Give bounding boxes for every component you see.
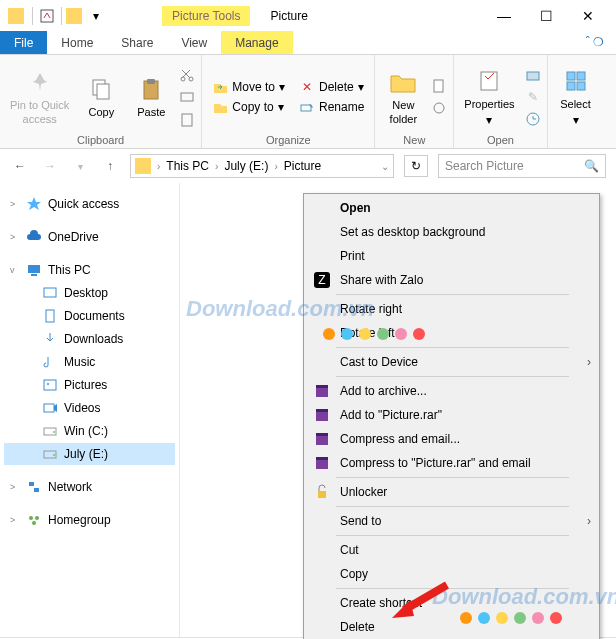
context-tab-header: Picture Tools [162, 6, 250, 26]
svg-point-27 [53, 431, 55, 433]
svg-rect-19 [28, 265, 40, 273]
tree-node-videos[interactable]: Videos [4, 397, 175, 419]
open-icon[interactable] [525, 67, 541, 83]
chevron-right-icon[interactable]: › [215, 161, 218, 172]
chevron-down-icon[interactable]: ⌄ [381, 161, 389, 172]
title-bar: ▾ Picture Tools Picture — ☐ ✕ [0, 0, 616, 31]
properties-button[interactable]: Properties▾ [460, 64, 518, 129]
tree-node-onedrive[interactable]: >OneDrive [4, 226, 175, 248]
edit-icon[interactable]: ✎ [525, 89, 541, 105]
maximize-button[interactable]: ☐ [526, 3, 566, 29]
blank-icon [312, 513, 332, 529]
menu-cast-to-device[interactable]: Cast to Device› [306, 350, 597, 374]
blank-icon [312, 566, 332, 582]
menu-print[interactable]: Print [306, 244, 597, 268]
menu-unlocker[interactable]: Unlocker [306, 480, 597, 504]
up-button[interactable]: ↑ [100, 156, 120, 176]
select-icon [561, 66, 591, 96]
properties-icon [474, 66, 504, 96]
menu-add-to-picture-rar-[interactable]: Add to "Picture.rar" [306, 403, 597, 427]
tree-node-quick-access[interactable]: >Quick access [4, 193, 175, 215]
new-folder-button[interactable]: New folder [381, 65, 425, 127]
blank-icon [312, 354, 332, 370]
svg-rect-23 [44, 380, 56, 390]
select-button[interactable]: Select▾ [554, 64, 598, 129]
menu-share-with-zalo[interactable]: ZShare with Zalo [306, 268, 597, 292]
menu-rotate-right[interactable]: Rotate right [306, 297, 597, 321]
svg-text:Z: Z [318, 273, 325, 287]
svg-point-32 [29, 516, 33, 520]
cut-icon[interactable] [179, 67, 195, 83]
breadcrumb[interactable]: This PC [162, 157, 213, 175]
blank-icon [312, 248, 332, 264]
copy-icon [86, 74, 116, 104]
forward-button[interactable]: → [40, 156, 60, 176]
tab-file[interactable]: File [0, 31, 47, 54]
svg-point-33 [35, 516, 39, 520]
tree-node-pictures[interactable]: Pictures [4, 374, 175, 396]
svg-rect-40 [316, 409, 328, 412]
menu-open[interactable]: Open [306, 196, 597, 220]
tree-node-music[interactable]: Music [4, 351, 175, 373]
pin-button[interactable]: Pin to Quick access [6, 65, 73, 127]
monitor-icon [42, 285, 58, 301]
tree-node-this-pc[interactable]: vThis PC [4, 259, 175, 281]
menu-compress-and-email-[interactable]: Compress and email... [306, 427, 597, 451]
menu-set-as-desktop-background[interactable]: Set as desktop background [306, 220, 597, 244]
svg-rect-16 [577, 72, 585, 80]
history-icon[interactable] [525, 111, 541, 127]
tree-node-downloads[interactable]: Downloads [4, 328, 175, 350]
copy-path-icon[interactable] [179, 89, 195, 105]
move-to-button[interactable]: Move to ▾ [208, 78, 289, 96]
tab-manage[interactable]: Manage [221, 31, 292, 54]
refresh-button[interactable]: ↻ [404, 155, 428, 177]
svg-point-24 [47, 383, 49, 385]
close-button[interactable]: ✕ [568, 3, 608, 29]
back-button[interactable]: ← [10, 156, 30, 176]
easy-access-icon[interactable] [431, 100, 447, 116]
chevron-right-icon[interactable]: › [157, 161, 160, 172]
clipboard-group-label: Clipboard [77, 134, 124, 146]
new-item-icon[interactable] [431, 78, 447, 94]
menu-copy[interactable]: Copy [306, 562, 597, 586]
svg-point-11 [434, 103, 444, 113]
svg-rect-21 [44, 288, 56, 297]
rename-button[interactable]: Rename [295, 98, 368, 116]
copy-button[interactable]: Copy [79, 72, 123, 121]
tab-view[interactable]: View [167, 31, 221, 54]
menu-send-to[interactable]: Send to› [306, 509, 597, 533]
menu-cut[interactable]: Cut [306, 538, 597, 562]
chevron-right-icon[interactable]: › [274, 161, 277, 172]
breadcrumb[interactable]: Picture [280, 157, 325, 175]
tab-home[interactable]: Home [47, 31, 107, 54]
paste-shortcut-icon[interactable] [179, 111, 195, 127]
paste-icon [136, 74, 166, 104]
copy-to-button[interactable]: Copy to ▾ [208, 98, 289, 116]
svg-rect-42 [316, 433, 328, 436]
tree-node-network[interactable]: >Network [4, 476, 175, 498]
qat-dropdown-icon[interactable]: ▾ [88, 8, 104, 24]
menu-compress-to-picture-rar-and-email[interactable]: Compress to "Picture.rar" and email [306, 451, 597, 475]
delete-button[interactable]: ✕Delete ▾ [295, 78, 368, 96]
move-to-icon [212, 79, 228, 95]
tree-node-documents[interactable]: Documents [4, 305, 175, 327]
minimize-button[interactable]: — [484, 3, 524, 29]
recent-dropdown[interactable]: ▾ [70, 156, 90, 176]
tab-share[interactable]: Share [107, 31, 167, 54]
rar-icon [312, 407, 332, 423]
menu-add-to-archive-[interactable]: Add to archive... [306, 379, 597, 403]
new-group-label: New [403, 134, 425, 146]
pic-icon [42, 377, 58, 393]
address-bar[interactable]: › This PC › July (E:) › Picture ⌄ [130, 154, 394, 178]
svg-rect-20 [31, 274, 37, 276]
tree-node-win-c-[interactable]: Win (C:) [4, 420, 175, 442]
tree-node-homegroup[interactable]: >Homegroup [4, 509, 175, 531]
home-icon [26, 512, 42, 528]
tree-node-desktop[interactable]: Desktop [4, 282, 175, 304]
paste-button[interactable]: Paste [129, 72, 173, 121]
qat-properties-icon[interactable] [39, 8, 55, 24]
tree-node-july-e-[interactable]: July (E:) [4, 443, 175, 465]
breadcrumb[interactable]: July (E:) [220, 157, 272, 175]
search-input[interactable]: Search Picture🔍 [438, 154, 606, 178]
help-icon[interactable]: ˆ ❍ [574, 31, 616, 54]
